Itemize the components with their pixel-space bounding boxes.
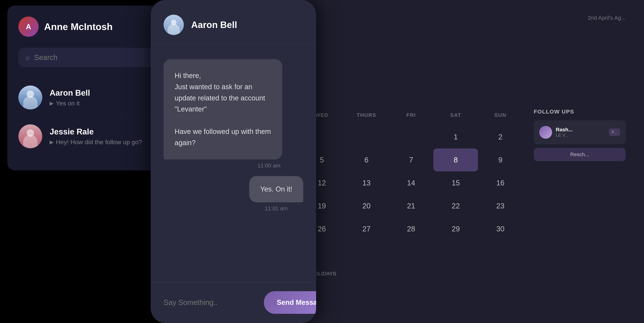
- contact-item-jessie-rale[interactable]: Jessie Rale ▶ Hey! How did the follow up…: [18, 117, 171, 156]
- contact-item-aaron-bell[interactable]: Aaron Bell ▶ Yes on it: [18, 78, 171, 117]
- message-text-received: Hi there,Just wanted to ask for an updat…: [174, 72, 271, 147]
- message-bubble-received: Hi there,Just wanted to ask for an updat…: [164, 59, 282, 159]
- cal-cell-empty5: [389, 125, 434, 148]
- search-bar[interactable]: ⌕: [18, 48, 171, 67]
- chevron-icon: ▶: [50, 100, 54, 106]
- cal-cell-9[interactable]: 9: [478, 148, 523, 171]
- cal-cell-7[interactable]: 7: [389, 148, 434, 171]
- chat-messages: Hi there,Just wanted to ask for an updat…: [151, 44, 316, 282]
- cal-cell-16[interactable]: 16: [478, 171, 523, 194]
- day-header-fri: FRI: [389, 109, 434, 122]
- cal-cell-2[interactable]: 2: [478, 125, 523, 148]
- avatar-jessie-rale: [18, 124, 42, 148]
- chevron-icon-jessie: ▶: [50, 139, 54, 145]
- event-label-second-april: 2nd April's Ag...: [588, 15, 626, 21]
- contact-preview-text-jessie: Hey! How did the follow up go?: [56, 139, 142, 146]
- day-header-sun: SUN: [478, 109, 523, 122]
- cal-cell-29[interactable]: 29: [434, 217, 478, 240]
- chat-footer: Send Message: [151, 282, 316, 323]
- send-message-button[interactable]: Send Message: [264, 291, 316, 314]
- event-info: Rash... LE V...: [556, 127, 605, 138]
- event-name: Rash...: [556, 127, 605, 133]
- contacts-header: A Anne McIntosh ⊕: [18, 17, 171, 37]
- calendar-sidebar: FOLLOW UPS Rash... LE V... F... Resch...: [534, 109, 626, 310]
- cal-cell-empty9: [389, 240, 434, 263]
- user-avatar: A: [18, 17, 38, 37]
- event-card[interactable]: Rash... LE V... F...: [534, 120, 626, 144]
- user-name: Anne McIntosh: [44, 21, 113, 32]
- cal-cell-1[interactable]: 1: [434, 125, 478, 148]
- reschedule-button[interactable]: Resch...: [534, 148, 626, 161]
- chat-panel: Aaron Bell Hi there,Just wanted to ask f…: [151, 0, 316, 323]
- cal-cell-empty11: [478, 240, 523, 263]
- cal-cell-28[interactable]: 28: [389, 217, 434, 240]
- contact-preview-text-aaron: Yes on it: [56, 100, 80, 107]
- cal-cell-22[interactable]: 22: [434, 194, 478, 217]
- chat-contact-avatar: [164, 15, 184, 35]
- cal-cell-30[interactable]: 30: [478, 217, 523, 240]
- chat-header: Aaron Bell: [151, 0, 316, 44]
- cal-cell-21[interactable]: 21: [389, 194, 434, 217]
- cal-cell-14[interactable]: 14: [389, 171, 434, 194]
- cal-cell-13[interactable]: 13: [344, 171, 389, 194]
- message-sent: Yes. On it! 11:01 am: [249, 176, 303, 211]
- day-header-thurs: THURS: [344, 109, 389, 122]
- sidebar-section-title: FOLLOW UPS: [534, 109, 626, 115]
- cal-cell-8-today[interactable]: 8: [434, 148, 478, 171]
- day-header-sat: SAT: [434, 109, 478, 122]
- message-time-sent: 11:01 am: [249, 205, 303, 211]
- avatar-aaron-bell: [18, 86, 42, 109]
- contacts-header-left: A Anne McIntosh: [18, 17, 113, 37]
- message-time-received: 11:00 am: [164, 162, 282, 169]
- event-sub: LE V...: [556, 133, 605, 138]
- cal-cell-empty4: [344, 125, 389, 148]
- cal-cell-15[interactable]: 15: [434, 171, 478, 194]
- cal-cell-empty10: [434, 240, 478, 263]
- message-bubble-sent: Yes. On it!: [249, 176, 303, 202]
- chat-contact-name: Aaron Bell: [191, 20, 237, 30]
- search-input[interactable]: [34, 53, 164, 62]
- cal-cell-23[interactable]: 23: [478, 194, 523, 217]
- cal-cell-27[interactable]: 27: [344, 217, 389, 240]
- event-avatar: [539, 126, 552, 139]
- message-text-sent: Yes. On it!: [260, 185, 292, 193]
- cal-cell-6[interactable]: 6: [344, 148, 389, 171]
- search-icon: ⌕: [26, 54, 30, 62]
- message-received: Hi there,Just wanted to ask for an updat…: [164, 59, 282, 169]
- cal-cell-20[interactable]: 20: [344, 194, 389, 217]
- event-badge: F...: [609, 128, 620, 136]
- cal-cell-empty8: [344, 240, 389, 263]
- chat-input[interactable]: [164, 298, 256, 307]
